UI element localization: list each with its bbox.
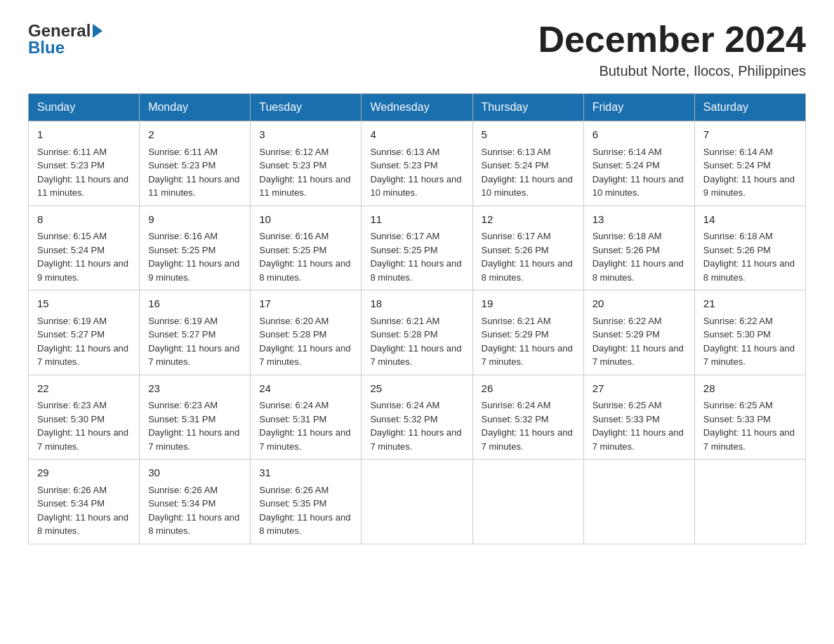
day-info: Sunrise: 6:11 AMSunset: 5:23 PMDaylight:…	[37, 145, 131, 200]
day-number: 16	[148, 296, 241, 312]
header-saturday: Saturday	[694, 94, 805, 121]
day-number: 13	[593, 212, 686, 228]
calendar-cell: 6Sunrise: 6:14 AMSunset: 5:24 PMDaylight…	[583, 121, 694, 206]
calendar-header-row: SundayMondayTuesdayWednesdayThursdayFrid…	[29, 94, 806, 121]
day-info: Sunrise: 6:16 AMSunset: 5:25 PMDaylight:…	[259, 229, 352, 284]
day-number: 22	[37, 381, 131, 397]
day-info: Sunrise: 6:14 AMSunset: 5:24 PMDaylight:…	[593, 145, 686, 200]
week-row-3: 15Sunrise: 6:19 AMSunset: 5:27 PMDayligh…	[29, 290, 806, 375]
day-number: 5	[482, 127, 575, 143]
day-number: 25	[370, 381, 463, 397]
calendar-cell: 20Sunrise: 6:22 AMSunset: 5:29 PMDayligh…	[583, 290, 694, 375]
day-info: Sunrise: 6:15 AMSunset: 5:24 PMDaylight:…	[37, 229, 131, 284]
week-row-1: 1Sunrise: 6:11 AMSunset: 5:23 PMDaylight…	[29, 121, 806, 206]
calendar-cell: 17Sunrise: 6:20 AMSunset: 5:28 PMDayligh…	[251, 290, 362, 375]
day-info: Sunrise: 6:18 AMSunset: 5:26 PMDaylight:…	[703, 229, 797, 284]
calendar-cell	[694, 459, 805, 544]
header-tuesday: Tuesday	[251, 94, 362, 121]
day-number: 15	[37, 296, 131, 312]
day-number: 24	[259, 381, 352, 397]
calendar-cell: 7Sunrise: 6:14 AMSunset: 5:24 PMDaylight…	[694, 121, 805, 206]
day-number: 29	[37, 465, 131, 481]
calendar-cell: 3Sunrise: 6:12 AMSunset: 5:23 PMDaylight…	[251, 121, 362, 206]
day-info: Sunrise: 6:19 AMSunset: 5:27 PMDaylight:…	[37, 314, 131, 369]
day-info: Sunrise: 6:17 AMSunset: 5:25 PMDaylight:…	[370, 229, 463, 284]
calendar-cell: 8Sunrise: 6:15 AMSunset: 5:24 PMDaylight…	[29, 206, 140, 290]
day-number: 9	[148, 212, 241, 228]
day-info: Sunrise: 6:16 AMSunset: 5:25 PMDaylight:…	[148, 229, 241, 284]
day-number: 14	[703, 212, 797, 228]
header-friday: Friday	[583, 94, 694, 121]
calendar-table: SundayMondayTuesdayWednesdayThursdayFrid…	[28, 93, 806, 544]
calendar-cell: 30Sunrise: 6:26 AMSunset: 5:34 PMDayligh…	[140, 459, 251, 544]
day-info: Sunrise: 6:19 AMSunset: 5:27 PMDaylight:…	[148, 314, 241, 369]
calendar-cell	[472, 459, 583, 544]
day-info: Sunrise: 6:23 AMSunset: 5:31 PMDaylight:…	[148, 398, 241, 453]
calendar-cell: 1Sunrise: 6:11 AMSunset: 5:23 PMDaylight…	[29, 121, 140, 206]
day-number: 18	[370, 296, 463, 312]
day-number: 31	[259, 465, 352, 481]
day-info: Sunrise: 6:25 AMSunset: 5:33 PMDaylight:…	[593, 398, 686, 453]
day-number: 11	[370, 212, 463, 228]
header-monday: Monday	[140, 94, 251, 121]
calendar-cell	[583, 459, 694, 544]
day-info: Sunrise: 6:24 AMSunset: 5:32 PMDaylight:…	[370, 398, 463, 453]
calendar-cell: 25Sunrise: 6:24 AMSunset: 5:32 PMDayligh…	[362, 375, 472, 459]
day-number: 27	[593, 381, 686, 397]
calendar-cell: 9Sunrise: 6:16 AMSunset: 5:25 PMDaylight…	[140, 206, 251, 290]
calendar-cell: 21Sunrise: 6:22 AMSunset: 5:30 PMDayligh…	[694, 290, 805, 375]
logo: General Blue	[28, 21, 102, 58]
calendar-cell: 15Sunrise: 6:19 AMSunset: 5:27 PMDayligh…	[29, 290, 140, 375]
calendar-cell: 14Sunrise: 6:18 AMSunset: 5:26 PMDayligh…	[694, 206, 805, 290]
day-info: Sunrise: 6:17 AMSunset: 5:26 PMDaylight:…	[482, 229, 575, 284]
header-thursday: Thursday	[472, 94, 583, 121]
calendar-cell: 10Sunrise: 6:16 AMSunset: 5:25 PMDayligh…	[251, 206, 362, 290]
day-number: 17	[259, 296, 352, 312]
day-info: Sunrise: 6:24 AMSunset: 5:32 PMDaylight:…	[482, 398, 575, 453]
day-info: Sunrise: 6:26 AMSunset: 5:34 PMDaylight:…	[37, 483, 131, 538]
day-info: Sunrise: 6:20 AMSunset: 5:28 PMDaylight:…	[259, 314, 352, 369]
calendar-cell: 5Sunrise: 6:13 AMSunset: 5:24 PMDaylight…	[472, 121, 583, 206]
day-number: 20	[593, 296, 686, 312]
calendar-cell: 11Sunrise: 6:17 AMSunset: 5:25 PMDayligh…	[362, 206, 472, 290]
day-number: 10	[259, 212, 352, 228]
day-number: 6	[593, 127, 686, 143]
day-number: 1	[37, 127, 131, 143]
day-info: Sunrise: 6:26 AMSunset: 5:35 PMDaylight:…	[259, 483, 352, 538]
calendar-cell	[362, 459, 472, 544]
calendar-cell: 4Sunrise: 6:13 AMSunset: 5:23 PMDaylight…	[362, 121, 472, 206]
page-header: General Blue December 2024 Butubut Norte…	[28, 21, 806, 79]
day-number: 7	[703, 127, 797, 143]
day-info: Sunrise: 6:21 AMSunset: 5:28 PMDaylight:…	[370, 314, 463, 369]
day-number: 28	[703, 381, 797, 397]
day-number: 2	[148, 127, 241, 143]
day-info: Sunrise: 6:12 AMSunset: 5:23 PMDaylight:…	[259, 145, 352, 200]
day-info: Sunrise: 6:22 AMSunset: 5:29 PMDaylight:…	[593, 314, 686, 369]
day-info: Sunrise: 6:23 AMSunset: 5:30 PMDaylight:…	[37, 398, 131, 453]
week-row-5: 29Sunrise: 6:26 AMSunset: 5:34 PMDayligh…	[29, 459, 806, 544]
header-wednesday: Wednesday	[362, 94, 472, 121]
calendar-cell: 18Sunrise: 6:21 AMSunset: 5:28 PMDayligh…	[362, 290, 472, 375]
calendar-cell: 26Sunrise: 6:24 AMSunset: 5:32 PMDayligh…	[472, 375, 583, 459]
day-number: 12	[482, 212, 575, 228]
day-info: Sunrise: 6:26 AMSunset: 5:34 PMDaylight:…	[148, 483, 241, 538]
calendar-cell: 2Sunrise: 6:11 AMSunset: 5:23 PMDaylight…	[140, 121, 251, 206]
calendar-cell: 23Sunrise: 6:23 AMSunset: 5:31 PMDayligh…	[140, 375, 251, 459]
day-info: Sunrise: 6:11 AMSunset: 5:23 PMDaylight:…	[148, 145, 241, 200]
day-number: 3	[259, 127, 352, 143]
calendar-cell: 24Sunrise: 6:24 AMSunset: 5:31 PMDayligh…	[251, 375, 362, 459]
calendar-cell: 29Sunrise: 6:26 AMSunset: 5:34 PMDayligh…	[29, 459, 140, 544]
calendar-cell: 28Sunrise: 6:25 AMSunset: 5:33 PMDayligh…	[694, 375, 805, 459]
logo-arrow-icon	[93, 24, 102, 38]
day-info: Sunrise: 6:13 AMSunset: 5:24 PMDaylight:…	[482, 145, 575, 200]
title-area: December 2024 Butubut Norte, Ilocos, Phi…	[538, 21, 806, 79]
logo-blue-text: Blue	[28, 38, 65, 58]
day-number: 8	[37, 212, 131, 228]
week-row-4: 22Sunrise: 6:23 AMSunset: 5:30 PMDayligh…	[29, 375, 806, 459]
month-title: December 2024	[538, 21, 806, 58]
day-number: 26	[482, 381, 575, 397]
day-number: 19	[482, 296, 575, 312]
calendar-cell: 13Sunrise: 6:18 AMSunset: 5:26 PMDayligh…	[583, 206, 694, 290]
day-info: Sunrise: 6:25 AMSunset: 5:33 PMDaylight:…	[703, 398, 797, 453]
day-number: 4	[370, 127, 463, 143]
